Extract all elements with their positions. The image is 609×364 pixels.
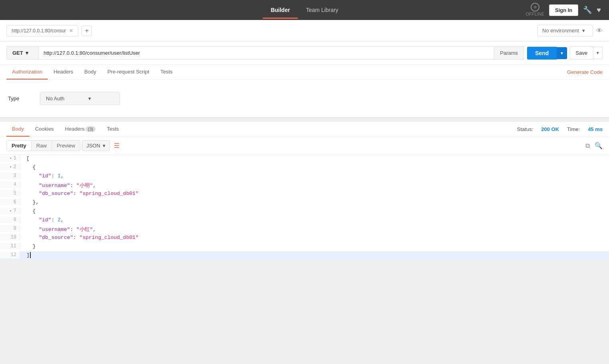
tab-authorization[interactable]: Authorization: [6, 65, 48, 80]
line-content-11: }: [20, 243, 42, 250]
response-tabs: Body Cookies Headers(3) Tests: [6, 122, 125, 137]
fold-arrow-1[interactable]: ▾: [10, 156, 12, 161]
top-navigation: Builder Team Library ⊕ OFFLINE Sign In 🔧…: [0, 0, 609, 20]
send-button[interactable]: Send: [527, 47, 557, 60]
format-chevron-icon: ▾: [103, 143, 105, 149]
line-content-2: {: [20, 163, 42, 171]
line-content-12: ]: [20, 251, 37, 259]
environment-dropdown[interactable]: No environment ▾: [537, 25, 593, 36]
response-header: Body Cookies Headers(3) Tests Status: 20…: [0, 122, 609, 137]
code-line-9: 9 "username": "小红",: [0, 225, 609, 234]
response-status-bar: Status: 200 OK Time: 45 ms: [517, 122, 603, 136]
status-label: Status:: [517, 126, 533, 132]
code-area: ▾1[▾2 {3 "id": 1,4 "username": "小明",5 "d…: [0, 155, 609, 260]
auth-type-row: Type No Auth ▾: [8, 92, 601, 105]
url-input[interactable]: [38, 46, 494, 60]
response-area: Body Cookies Headers(3) Tests Status: 20…: [0, 122, 609, 260]
method-dropdown[interactable]: GET ▾: [6, 46, 38, 60]
save-button[interactable]: Save: [569, 46, 593, 60]
method-label: GET: [12, 50, 23, 56]
offline-label: OFFLINE: [526, 12, 544, 17]
sign-in-button[interactable]: Sign In: [549, 4, 578, 16]
request-tab[interactable]: http://127.0.0.1:80/consur ✕: [6, 25, 78, 36]
plus-icon: +: [85, 27, 88, 34]
copy-icon[interactable]: ⧉: [585, 142, 590, 149]
fold-arrow-2[interactable]: ▾: [10, 165, 12, 169]
search-icon[interactable]: 🔍: [595, 142, 603, 149]
preview-button[interactable]: Preview: [52, 141, 80, 151]
resp-tab-headers[interactable]: Headers(3): [60, 122, 102, 137]
request-area: GET ▾ Params Send ▾ Save ▾ Authorization…: [0, 42, 609, 118]
add-tab-button[interactable]: +: [82, 26, 92, 36]
code-line-7: ▾7 {: [0, 207, 609, 216]
tab-pre-request[interactable]: Pre-request Script: [102, 65, 155, 80]
code-line-2: ▾2 {: [0, 163, 609, 172]
line-content-6: },: [20, 199, 45, 206]
time-label: Time:: [567, 126, 580, 132]
tab-team-library[interactable]: Team Library: [298, 1, 346, 19]
line-content-10: "db_source": "spring_cloud_db01": [20, 234, 145, 241]
format-dropdown[interactable]: JSON ▾: [82, 140, 110, 151]
view-mode-group: Pretty Raw Preview: [6, 140, 80, 151]
generate-code-link[interactable]: Generate Code: [567, 69, 603, 75]
code-line-8: 8 "id": 2,: [0, 216, 609, 225]
type-label: Type: [8, 95, 32, 101]
code-line-4: 4 "username": "小明",: [0, 181, 609, 190]
auth-chevron-icon: ▾: [88, 95, 91, 101]
resp-tab-body[interactable]: Body: [6, 122, 30, 137]
line-content-3: "id": 1,: [20, 172, 70, 180]
headers-count-badge: (3): [86, 126, 96, 132]
filter-icon[interactable]: ☰: [114, 142, 119, 149]
eye-icon[interactable]: 👁: [596, 27, 603, 34]
chevron-down-icon: ▾: [582, 28, 585, 34]
code-line-5: 5 "db_source": "spring_cloud_db01": [0, 190, 609, 199]
raw-button[interactable]: Raw: [32, 141, 52, 151]
wrench-icon[interactable]: 🔧: [583, 6, 592, 14]
line-content-7: {: [20, 207, 42, 215]
fold-arrow-7[interactable]: ▾: [10, 209, 12, 213]
code-line-6: 6 },: [0, 199, 609, 207]
nav-right: ⊕ OFFLINE Sign In 🔧 ♥: [526, 3, 601, 17]
format-bar: Pretty Raw Preview JSON ▾ ☰ ⧉ 🔍: [0, 137, 609, 155]
tab-tests[interactable]: Tests: [155, 65, 178, 80]
line-content-1: [: [20, 155, 36, 162]
satellite-icon: ⊕: [531, 3, 539, 12]
auth-section: Type No Auth ▾: [0, 80, 609, 117]
pretty-button[interactable]: Pretty: [7, 141, 32, 151]
tab-url-label: http://127.0.0.1:80/consur: [12, 28, 66, 34]
env-selector: No environment ▾ 👁: [537, 25, 603, 36]
line-content-8: "id": 2,: [20, 216, 70, 224]
heart-icon[interactable]: ♥: [597, 6, 601, 14]
tab-headers[interactable]: Headers: [48, 65, 79, 80]
no-auth-label: No Auth: [46, 95, 64, 101]
request-bar: GET ▾ Params Send ▾ Save ▾: [0, 42, 609, 65]
offline-status: ⊕ OFFLINE: [526, 3, 544, 17]
tab-body[interactable]: Body: [79, 65, 102, 80]
code-line-10: 10 "db_source": "spring_cloud_db01": [0, 234, 609, 243]
json-label: JSON: [86, 143, 100, 149]
method-chevron-icon: ▾: [26, 50, 28, 56]
env-label: No environment: [542, 28, 579, 34]
code-line-3: 3 "id": 1,: [0, 172, 609, 181]
url-bar-area: http://127.0.0.1:80/consur ✕ + No enviro…: [0, 20, 609, 42]
resp-tab-cookies[interactable]: Cookies: [30, 122, 60, 137]
auth-type-dropdown[interactable]: No Auth ▾: [40, 92, 120, 105]
params-button[interactable]: Params: [494, 46, 524, 60]
tab-close-icon[interactable]: ✕: [69, 28, 73, 34]
time-value: 45 ms: [588, 126, 603, 132]
code-line-1: ▾1[: [0, 155, 609, 163]
resp-tab-tests[interactable]: Tests: [101, 122, 124, 137]
line-content-4: "username": "小明",: [20, 181, 102, 190]
status-value: 200 OK: [541, 126, 559, 132]
tab-builder[interactable]: Builder: [263, 1, 298, 19]
request-tabs: Authorization Headers Body Pre-request S…: [0, 65, 609, 80]
nav-tabs: Builder Team Library: [263, 1, 346, 19]
line-content-9: "username": "小红",: [20, 225, 102, 234]
send-dropdown-button[interactable]: ▾: [557, 47, 567, 59]
line-content-5: "db_source": "spring_cloud_db01": [20, 190, 145, 197]
save-dropdown-button[interactable]: ▾: [593, 47, 603, 59]
code-line-12: 12]: [0, 251, 609, 260]
cursor: [30, 252, 31, 258]
code-line-11: 11 }: [0, 243, 609, 251]
